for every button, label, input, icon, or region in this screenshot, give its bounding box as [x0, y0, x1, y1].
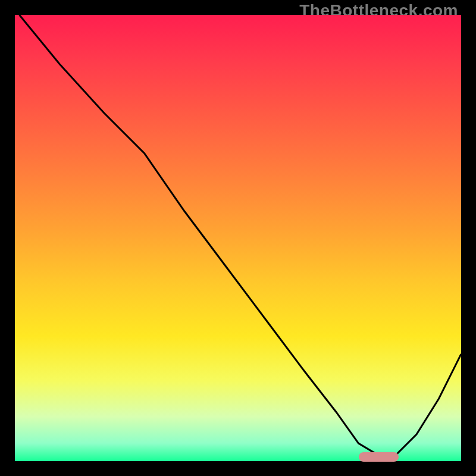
chart-frame: [15, 15, 461, 461]
bottleneck-chart: [15, 15, 461, 461]
gradient-background: [15, 15, 461, 461]
optimal-zone-marker: [359, 452, 399, 462]
